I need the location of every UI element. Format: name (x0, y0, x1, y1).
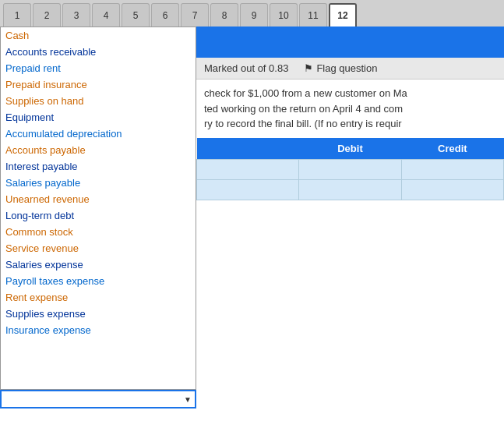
list-item-salaries-payable[interactable]: Salaries payable (1, 175, 196, 191)
list-item-supplies-expense[interactable]: Supplies expense (1, 306, 196, 322)
tab-6[interactable]: 6 (151, 3, 179, 27)
list-item-payroll-taxes-expense[interactable]: Payroll taxes expense (1, 273, 196, 289)
right-content: Marked out of 0.83 ⚑ Flag question check… (196, 27, 504, 435)
tab-12[interactable]: 12 (329, 3, 357, 27)
page-container: 1 2 3 4 5 6 7 8 9 10 11 12 Cash Accounts… (0, 0, 504, 435)
flag-question-button[interactable]: ⚑ Flag question (304, 62, 377, 74)
tab-8[interactable]: 8 (210, 3, 238, 27)
table-row-1 (197, 159, 504, 179)
tab-2[interactable]: 2 (33, 3, 61, 27)
question-text-area: check for $1,000 from a new customer on … (196, 80, 504, 138)
tab-bar: 1 2 3 4 5 6 7 8 9 10 11 12 (0, 0, 504, 27)
dropdown-list[interactable]: Cash Accounts receivable Prepaid rent Pr… (0, 27, 196, 390)
marked-out-of-label: Marked out of 0.83 (204, 62, 288, 74)
list-item-insurance-expense[interactable]: Insurance expense (1, 322, 196, 338)
tab-11[interactable]: 11 (299, 3, 327, 27)
flag-question-label: Flag question (316, 62, 377, 74)
row2-debit[interactable] (299, 179, 401, 200)
chevron-down-icon: ▼ (184, 395, 192, 404)
list-item-common-stock[interactable]: Common stock (1, 224, 196, 240)
list-item-unearned-revenue[interactable]: Unearned revenue (1, 191, 196, 207)
list-item-prepaid-insurance[interactable]: Prepaid insurance (1, 76, 196, 93)
list-item-equipment[interactable]: Equipment (1, 109, 196, 126)
row2-label[interactable] (197, 179, 299, 200)
second-dropdown-select[interactable]: ▼ (0, 390, 196, 408)
dropdown-container: Cash Accounts receivable Prepaid rent Pr… (0, 27, 196, 408)
tab-4[interactable]: 4 (92, 3, 120, 27)
list-item-salaries-expense[interactable]: Salaries expense (1, 256, 196, 273)
col-header-label (197, 138, 299, 160)
table-row-2 (197, 179, 504, 200)
tab-3[interactable]: 3 (62, 3, 90, 27)
list-item-prepaid-rent[interactable]: Prepaid rent (1, 60, 196, 76)
row1-credit[interactable] (401, 159, 503, 179)
list-item-rent-expense[interactable]: Rent expense (1, 289, 196, 306)
marked-section: Marked out of 0.83 ⚑ Flag question (196, 58, 504, 80)
row2-credit[interactable] (401, 179, 503, 200)
col-header-debit: Debit (299, 138, 401, 160)
tab-5[interactable]: 5 (122, 3, 150, 27)
main-content: Cash Accounts receivable Prepaid rent Pr… (0, 27, 504, 435)
list-item-interest-payable[interactable]: Interest payable (1, 158, 196, 175)
row1-label[interactable] (197, 159, 299, 179)
list-item-service-revenue[interactable]: Service revenue (1, 240, 196, 256)
list-item-cash[interactable]: Cash (1, 27, 196, 44)
question-line-2: ted working on the return on April 4 and… (204, 101, 496, 117)
list-item-accumulated-depreciation[interactable]: Accumulated depreciation (1, 126, 196, 142)
tab-9[interactable]: 9 (240, 3, 268, 27)
tab-7[interactable]: 7 (181, 3, 209, 27)
flag-icon: ⚑ (304, 62, 313, 74)
question-line-3: ry to record the final bill. (If no entr… (204, 116, 496, 132)
list-item-accounts-receivable[interactable]: Accounts receivable (1, 44, 196, 60)
answer-table: Debit Credit (196, 138, 504, 200)
list-item-long-term-debt[interactable]: Long-term debt (1, 207, 196, 224)
row1-debit[interactable] (299, 159, 401, 179)
list-item-supplies-on-hand[interactable]: Supplies on hand (1, 93, 196, 109)
tab-10[interactable]: 10 (270, 3, 298, 27)
list-item-accounts-payable[interactable]: Accounts payable (1, 142, 196, 158)
blue-header-bar (196, 27, 504, 58)
col-header-credit: Credit (401, 138, 503, 160)
tab-1[interactable]: 1 (3, 3, 31, 27)
question-line-1: check for $1,000 from a new customer on … (204, 86, 496, 101)
